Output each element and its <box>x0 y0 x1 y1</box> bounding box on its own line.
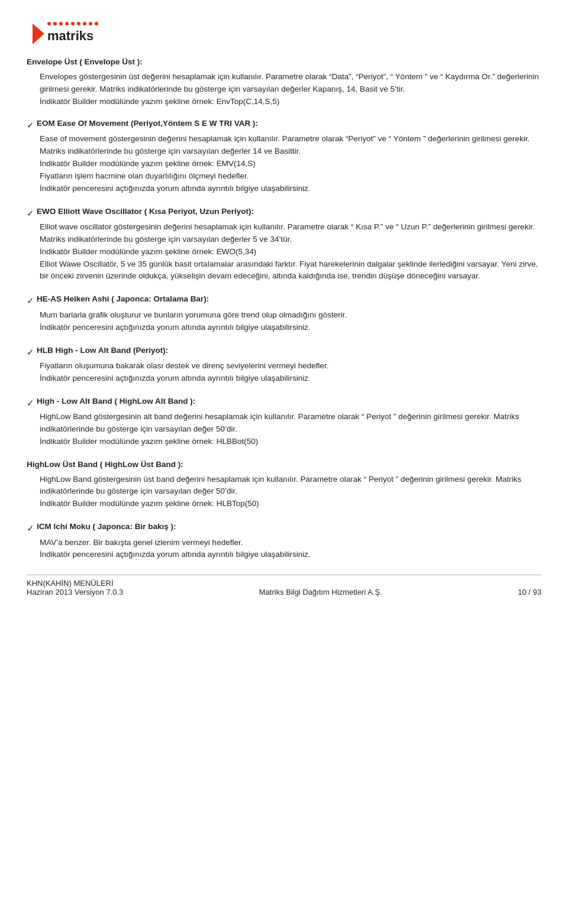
eom-para2: İndikatör Builder modülünde yazım şeklin… <box>40 158 541 170</box>
footer-left: KHN(KAHİN) MENÜLERİ Haziran 2013 Versiyo… <box>27 579 123 596</box>
high-low-alt-band-para1: HighLow Band göstergesinin alt band değe… <box>40 411 541 436</box>
ewo-title: EWO Elliott Wave Oscillator ( Kısa Periy… <box>37 206 254 218</box>
section-title-envelope-ust: Envelope Üst ( Envelope Üst ): <box>27 56 143 69</box>
section-hlb: ✓ HLB High - Low Alt Band (Periyot): Fiy… <box>27 345 541 385</box>
highlow-ust-title: HighLow Üst Band ( HighLow Üst Band ): <box>27 459 183 471</box>
ewo-para1: Elliot wave oscillator göstergesinin değ… <box>40 221 541 246</box>
ewo-title-line: ✓ EWO Elliott Wave Oscillator ( Kısa Per… <box>27 206 541 220</box>
section-eom: ✓ EOM Ease Of Movement (Periyot,Yöntem S… <box>27 118 541 195</box>
footer-left-line2: Haziran 2013 Versiyon 7.0.3 <box>27 588 123 596</box>
hlb-checkmark: ✓ <box>27 345 34 359</box>
hlb-para1: Fiyatların oluşumuna bakarak olası deste… <box>40 360 541 372</box>
icm-title: ICM Ichi Moku ( Japonca: Bir bakış ): <box>37 521 176 533</box>
svg-point-3 <box>59 22 63 25</box>
high-low-alt-band-checkmark: ✓ <box>27 396 34 410</box>
icm-title-line: ✓ ICM Ichi Moku ( Japonca: Bir bakış ): <box>27 521 541 535</box>
he-as-para1: Mum barlarla grafik oluşturur ve bunları… <box>40 309 541 322</box>
hlb-body: Fiyatların oluşumuna bakarak olası deste… <box>40 360 541 385</box>
icm-checkmark: ✓ <box>27 521 34 535</box>
matriks-logo: matriks <box>27 18 104 50</box>
section-icm: ✓ ICM Ichi Moku ( Japonca: Bir bakış ): … <box>27 521 541 561</box>
he-as-title-line: ✓ HE-AS Heiken Ashi ( Japonca: Ortalama … <box>27 293 541 307</box>
svg-point-1 <box>47 22 51 25</box>
highlow-ust-para2: İndikatör Builder modülünde yazım şeklin… <box>40 498 541 510</box>
envelope-ust-para2: İndikatör Builder modülünde yazım şeklin… <box>40 96 541 108</box>
ewo-para2: İndikatör Builder modülünde yazım şeklin… <box>40 246 541 258</box>
eom-para4: İndikatör penceresini açtığınızda yorum … <box>40 183 541 195</box>
he-as-body: Mum barlarla grafik oluşturur ve bunları… <box>40 309 541 334</box>
high-low-alt-band-title: High - Low Alt Band ( HighLow Alt Band )… <box>37 395 195 408</box>
highlow-ust-title-line: HighLow Üst Band ( HighLow Üst Band ): <box>27 459 541 472</box>
page: matriks Envelope Üst ( Envelope Üst ): E… <box>0 0 568 607</box>
section-high-low-alt-band: ✓ High - Low Alt Band ( HighLow Alt Band… <box>27 395 541 448</box>
he-as-checkmark: ✓ <box>27 294 34 307</box>
ewo-checkmark: ✓ <box>27 206 34 220</box>
section-envelope-ust: Envelope Üst ( Envelope Üst ): Envelopes… <box>27 56 541 108</box>
svg-point-5 <box>71 22 75 25</box>
he-as-para2: İndikatör penceresini açtığınızda yorum … <box>40 322 541 334</box>
eom-para1: Ease of movement göstergesinin değerini … <box>40 133 541 158</box>
high-low-alt-band-para2: İndikatör Builder modülünde yazım şeklin… <box>40 436 541 448</box>
section-ewo: ✓ EWO Elliott Wave Oscillator ( Kısa Per… <box>27 206 541 283</box>
svg-point-2 <box>53 22 57 25</box>
envelope-ust-para1: Envelopes göstergesinin üst değerini hes… <box>40 71 541 96</box>
high-low-alt-band-title-line: ✓ High - Low Alt Band ( HighLow Alt Band… <box>27 395 541 410</box>
svg-point-8 <box>89 22 92 25</box>
ewo-para3: Elliot Wawe Oscillatör, 5 ve 35 günlük b… <box>40 258 541 283</box>
ewo-body: Elliot wave oscillator göstergesinin değ… <box>40 221 541 283</box>
logo-area: matriks <box>27 18 541 50</box>
icm-body: MAV’a benzer. Bir bakışta genel izlenim … <box>40 537 541 562</box>
icm-para1: MAV’a benzer. Bir bakışta genel izlenim … <box>40 537 541 549</box>
hlb-title: HLB High - Low Alt Band (Periyot): <box>37 345 168 357</box>
hlb-para2: İndikatör penceresini açtığınızda yorum … <box>40 372 541 385</box>
footer-left-line1: KHN(KAHİN) MENÜLERİ <box>27 579 123 588</box>
highlow-ust-para1: HighLow Band göstergesinin üst band değe… <box>40 474 541 498</box>
eom-para3: Fiyatların işlem hacmine olan duyarlılığ… <box>40 170 541 183</box>
highlow-ust-body: HighLow Band göstergesinin üst band değe… <box>40 474 541 511</box>
svg-point-4 <box>65 22 69 25</box>
he-as-title: HE-AS Heiken Ashi ( Japonca: Ortalama Ba… <box>37 293 209 306</box>
high-low-alt-band-body: HighLow Band göstergesinin alt band değe… <box>40 411 541 448</box>
svg-point-9 <box>95 22 98 25</box>
svg-text:matriks: matriks <box>47 28 93 43</box>
icm-para2: İndikatör penceresini açtığınızda yorum … <box>40 549 541 561</box>
footer-center: Matriks Bilgi Dağıtım Hizmetleri A.Ş. <box>259 588 382 596</box>
eom-title: EOM Ease Of Movement (Periyot,Yöntem S E… <box>37 118 258 130</box>
eom-title-line: ✓ EOM Ease Of Movement (Periyot,Yöntem S… <box>27 118 541 132</box>
eom-checkmark: ✓ <box>27 118 34 132</box>
section-he-as: ✓ HE-AS Heiken Ashi ( Japonca: Ortalama … <box>27 293 541 333</box>
section-highlow-ust: HighLow Üst Band ( HighLow Üst Band ): H… <box>27 459 541 511</box>
section-body-envelope-ust: Envelopes göstergesinin üst değerini hes… <box>40 71 541 108</box>
footer-right: 10 / 93 <box>518 588 541 596</box>
footer: KHN(KAHİN) MENÜLERİ Haziran 2013 Versiyo… <box>27 575 541 596</box>
hlb-title-line: ✓ HLB High - Low Alt Band (Periyot): <box>27 345 541 359</box>
section-title-line: Envelope Üst ( Envelope Üst ): <box>27 56 541 70</box>
svg-point-7 <box>83 22 86 25</box>
svg-point-6 <box>77 22 80 25</box>
svg-marker-0 <box>33 24 44 44</box>
eom-body: Ease of movement göstergesinin değerini … <box>40 133 541 195</box>
